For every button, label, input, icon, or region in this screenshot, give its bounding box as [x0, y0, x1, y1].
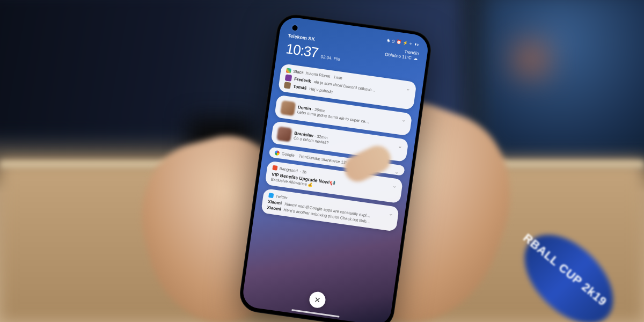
- app-name: Twitter: [275, 194, 288, 200]
- avatar: [285, 74, 292, 82]
- chevron-down-icon[interactable]: ⌄: [398, 143, 402, 149]
- avatar: [284, 82, 291, 89]
- chevron-down-icon[interactable]: ⌄: [388, 210, 393, 217]
- weather-icon: ☁: [413, 56, 418, 62]
- sender-name: Frederik: [294, 76, 312, 83]
- chevron-down-icon[interactable]: ⌄: [392, 182, 397, 189]
- app-name: Banggood: [279, 166, 298, 173]
- avatar: [276, 126, 292, 142]
- status-indicator-icons: ✱ ⊙ ⏰ ⚡ ᯤ ▮▯: [386, 38, 419, 47]
- chevron-down-icon[interactable]: ⌄: [401, 116, 406, 123]
- chevron-down-icon[interactable]: ⌄: [406, 85, 411, 92]
- banggood-icon: [272, 165, 277, 171]
- twitter-icon: [268, 193, 274, 198]
- chevron-down-icon[interactable]: ⌄: [394, 169, 399, 175]
- background-light: [515, 43, 547, 75]
- app-name: Slack: [293, 69, 304, 75]
- app-name: Google: [281, 151, 295, 158]
- clear-all-button[interactable]: ✕: [309, 291, 327, 309]
- slack-icon: [286, 68, 291, 73]
- notification-list[interactable]: Slack Xiaomi Planet · 1min ⌄ Frederik al…: [251, 63, 416, 299]
- google-icon: [274, 150, 280, 156]
- status-icons: ✱ ⊙ ⏰ ⚡ ᯤ ▮▯: [386, 38, 419, 47]
- notification-meta: · 1h: [299, 169, 307, 175]
- photo-scene: RBALL CUP 2k19 ✱ ⊙ ⏰ ⚡ ᯤ ▮▯ Telekom SK T…: [0, 0, 644, 322]
- sender-name: Xiaomi: [267, 205, 281, 212]
- clock-date: 02.04. Pia: [320, 54, 340, 62]
- background-monitor-right: [483, 0, 644, 161]
- clock-time: 10:37: [285, 40, 319, 61]
- avatar: [280, 100, 296, 116]
- sender-name: Tomáš: [293, 84, 307, 90]
